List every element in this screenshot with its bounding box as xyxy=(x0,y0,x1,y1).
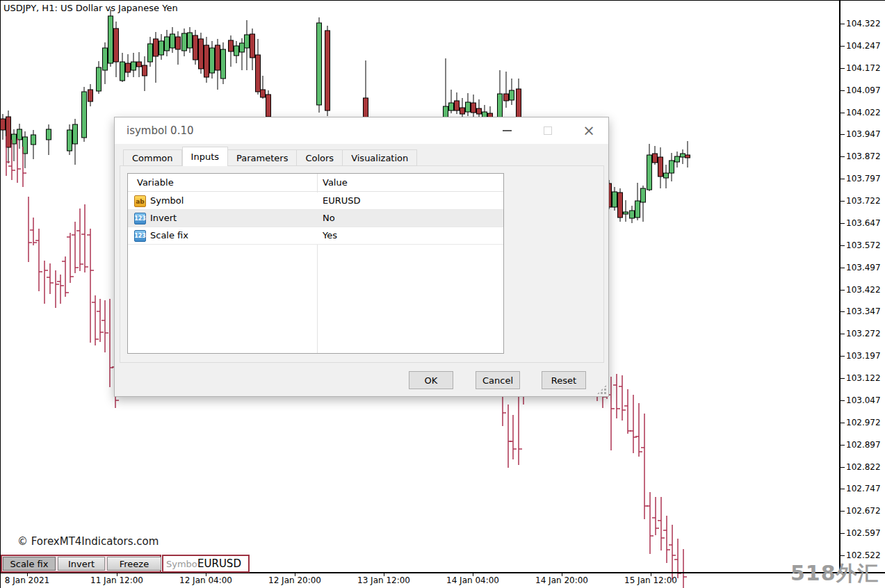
price-tick xyxy=(841,113,845,113)
price-axis-label: 102.972 xyxy=(846,418,881,427)
value-column-header: Value xyxy=(323,177,348,188)
price-axis-label: 103.122 xyxy=(846,373,881,383)
price-axis-line xyxy=(839,1,841,572)
input-row-invert[interactable]: 123InvertNo xyxy=(128,210,503,227)
cancel-button[interactable]: Cancel xyxy=(476,371,520,389)
price-tick xyxy=(841,334,845,334)
input-row-scale-fix[interactable]: 123Scale fixYes xyxy=(128,227,503,245)
dialog-title: isymbol 0.10 xyxy=(127,124,194,137)
time-axis-label: 14 Jan 04:00 xyxy=(446,575,499,585)
price-tick xyxy=(841,489,845,489)
price-axis-label: 103.947 xyxy=(846,129,881,139)
chart-button-scale-fix[interactable]: Scale fix xyxy=(3,557,56,571)
symbol-label: Symbo xyxy=(166,559,197,569)
price-tick xyxy=(841,201,845,202)
price-tick xyxy=(841,245,845,246)
price-axis-label: 104.172 xyxy=(846,63,881,73)
price-axis-label: 103.272 xyxy=(846,329,881,338)
price-axis-label: 103.422 xyxy=(846,285,881,295)
time-axis-label: 8 Jan 2021 xyxy=(5,575,49,585)
price-axis-label: 103.572 xyxy=(846,240,881,250)
price-axis-label: 103.647 xyxy=(846,218,881,228)
time-axis-label: 12 Jan 20:00 xyxy=(268,575,321,585)
time-axis-label: 14 Jan 20:00 xyxy=(535,575,588,585)
maximize-icon xyxy=(544,126,552,135)
maximize-button[interactable] xyxy=(533,117,563,144)
symbol-input[interactable]: EURUSD xyxy=(197,557,241,570)
chart-button-invert[interactable]: Invert xyxy=(58,557,105,571)
variable-name: Scale fix xyxy=(150,230,188,240)
price-axis-label: 102.897 xyxy=(846,440,881,450)
price-axis-label: 103.797 xyxy=(846,174,881,183)
tab-colors[interactable]: Colors xyxy=(297,149,343,166)
price-tick xyxy=(841,423,845,423)
price-axis-label: 103.497 xyxy=(846,263,881,272)
variable-name: Symbol xyxy=(150,195,184,206)
variable-value[interactable]: No xyxy=(323,213,335,223)
variable-value[interactable]: Yes xyxy=(323,230,337,240)
price-tick xyxy=(841,555,845,556)
time-axis-label: 12 Jan 04:00 xyxy=(179,575,232,585)
price-axis-label: 102.822 xyxy=(846,462,881,472)
price-tick xyxy=(841,533,845,534)
close-icon: × xyxy=(583,124,595,138)
reset-button[interactable]: Reset xyxy=(542,371,586,389)
price-tick xyxy=(841,90,845,91)
price-tick xyxy=(841,290,845,291)
price-tick xyxy=(841,68,845,69)
number-type-icon: 123 xyxy=(134,230,146,242)
price-axis-label: 103.197 xyxy=(846,351,881,361)
resize-grip[interactable] xyxy=(596,384,607,395)
indicator-properties-dialog: isymbol 0.10 × CommonInputsParametersCol… xyxy=(114,117,609,397)
tab-parameters[interactable]: Parameters xyxy=(228,149,297,166)
time-axis-label: 11 Jan 12:00 xyxy=(90,575,143,585)
price-tick xyxy=(841,24,845,24)
time-axis-label: 13 Jan 12:00 xyxy=(357,575,410,585)
variable-column-header: Variable xyxy=(137,177,174,188)
table-header: Variable Value xyxy=(128,174,503,192)
price-tick xyxy=(841,134,845,135)
tab-common[interactable]: Common xyxy=(123,149,182,166)
variable-value[interactable]: EURUSD xyxy=(323,195,361,206)
price-tick xyxy=(841,511,845,512)
minimize-button[interactable] xyxy=(492,117,522,144)
symbol-object-group[interactable]: Symbo EURUSD xyxy=(162,555,250,573)
price-tick xyxy=(841,378,845,379)
string-type-icon: ab xyxy=(134,195,146,207)
dialog-tabs: CommonInputsParametersColorsVisualizatio… xyxy=(123,148,417,166)
tab-inputs[interactable]: Inputs xyxy=(182,147,228,166)
minimize-icon xyxy=(503,130,512,131)
ok-button[interactable]: OK xyxy=(409,371,453,389)
price-tick xyxy=(841,223,845,224)
price-tick xyxy=(841,46,845,47)
close-button[interactable]: × xyxy=(574,117,604,144)
number-type-icon: 123 xyxy=(134,213,146,224)
price-axis-label: 102.597 xyxy=(846,528,881,538)
input-row-symbol[interactable]: abSymbolEURUSD xyxy=(128,193,503,210)
price-axis-label: 102.747 xyxy=(846,484,881,493)
price-axis-label: 102.522 xyxy=(846,550,881,560)
price-tick xyxy=(841,156,845,157)
price-tick xyxy=(841,467,845,468)
chart-symbol-title: USDJPY, H1: US Dollar vs Japanese Yen xyxy=(3,3,178,13)
price-axis-label: 104.097 xyxy=(846,85,881,95)
time-axis-label: 15 Jan 12:00 xyxy=(624,575,677,585)
price-tick xyxy=(841,179,845,179)
price-tick xyxy=(841,268,845,268)
dialog-titlebar[interactable]: isymbol 0.10 × xyxy=(115,117,608,144)
table-rows: abSymbolEURUSD123InvertNo123Scale fixYes xyxy=(128,193,503,245)
price-axis-label: 103.872 xyxy=(846,152,881,161)
chart-button-freeze[interactable]: Freeze xyxy=(107,557,161,571)
price-axis-label: 104.247 xyxy=(846,41,881,51)
price-axis-label: 103.347 xyxy=(846,307,881,316)
price-axis-label: 102.672 xyxy=(846,506,881,516)
price-tick xyxy=(841,311,845,312)
price-axis-label: 103.722 xyxy=(846,196,881,206)
price-tick xyxy=(841,356,845,357)
copyright-watermark: © ForexMT4Indicators.com xyxy=(17,535,159,548)
inputs-table[interactable]: Variable Value abSymbolEURUSD123InvertNo… xyxy=(127,173,504,354)
tab-visualization[interactable]: Visualization xyxy=(343,149,417,166)
variable-name: Invert xyxy=(150,213,177,223)
chart-window: USDJPY, H1: US Dollar vs Japanese Yen 10… xyxy=(0,0,885,588)
price-axis-label: 103.047 xyxy=(846,395,881,405)
